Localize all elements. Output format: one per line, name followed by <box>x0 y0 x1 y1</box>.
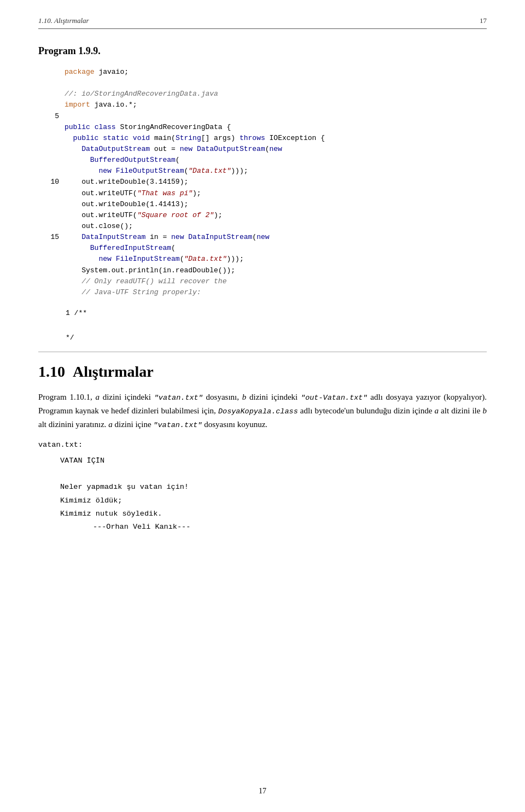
line-num <box>49 155 65 166</box>
line-num <box>49 243 65 254</box>
code-line-13: out.writeDouble(1.41413); <box>49 199 487 210</box>
code-content: BufferedOutputStream( <box>65 155 487 166</box>
vatan-line-4: Kimimiz öldük; <box>60 494 487 507</box>
code-line-11: 10 out.writeDouble(3.14159); <box>49 177 487 188</box>
line-num <box>49 254 65 265</box>
code-content: BufferedInputStream( <box>65 243 487 254</box>
header-section-title: 1.10. Alıştırmalar <box>38 16 89 25</box>
vatan-line-6: ---Orhan Veli Kanık--- <box>93 521 487 534</box>
line-num <box>49 188 65 199</box>
page-footer: 17 <box>0 787 525 796</box>
code-line-21: // Java-UTF String properly: <box>49 287 487 298</box>
line-num <box>49 144 65 155</box>
line-num <box>49 221 65 232</box>
comment-close: */ <box>66 334 487 342</box>
code-content: public static void main(String[] args) t… <box>65 133 487 144</box>
code-block: package javaio; //: io/StoringAndRecover… <box>38 67 487 298</box>
vatan-label: vatan.txt: <box>38 441 487 449</box>
vatan-line-2 <box>60 468 487 481</box>
code-line-4: import java.io.*; <box>49 100 487 110</box>
line-num <box>49 287 65 298</box>
line-num: 10 <box>49 177 65 188</box>
comment-close-text: */ <box>66 334 487 342</box>
code-content: public class StoringAndRecoveringData { <box>65 122 487 133</box>
code-content: out.writeUTF("Square root of 2"); <box>65 210 487 221</box>
line-num <box>49 210 65 221</box>
line-num <box>49 265 65 276</box>
line-num <box>49 166 65 177</box>
vatan-content: VATAN İÇİN Neler yapmadık şu vatan için!… <box>60 454 487 534</box>
code-content: // Only readUTF() will recover the <box>65 276 487 287</box>
code-line-1: package javaio; <box>49 67 487 78</box>
code-line-20: // Only readUTF() will recover the <box>49 276 487 287</box>
vatan-line-5: Kimimiz nutuk söyledik. <box>60 507 487 521</box>
vatan-line-1: VATAN İÇİN <box>60 454 487 468</box>
body-paragraph-1: Program 1.10.1, a dizini içindeki "vatan… <box>38 390 487 432</box>
code-content: out.close(); <box>65 221 487 232</box>
code-line-10: new FileOutputStream("Data.txt"))); <box>49 166 487 177</box>
section-number: 1.10 <box>38 363 65 380</box>
code-line-14: out.writeUTF("Square root of 2"); <box>49 210 487 221</box>
footer-page-number: 17 <box>259 787 266 795</box>
code-line-5: 5 <box>49 111 487 122</box>
vatan-line-3: Neler yapmadık şu vatan için! <box>60 481 487 494</box>
code-line-3: //: io/StoringAndRecoveringData.java <box>49 89 487 100</box>
page-container: 1.10. Alıştırmalar 17 Program 1.9.9. pac… <box>0 0 525 812</box>
code-content: new FileOutputStream("Data.txt"))); <box>65 166 487 177</box>
code-line-9: BufferedOutputStream( <box>49 155 487 166</box>
code-content: // Java-UTF String properly: <box>65 287 487 298</box>
code-line-19: System.out.println(in.readDouble()); <box>49 265 487 276</box>
line-num <box>49 276 65 287</box>
code-content: DataInputStream in = new DataInputStream… <box>65 232 487 243</box>
comment-open: 1 /** <box>66 309 487 317</box>
code-content: DataOutputStream out = new DataOutputStr… <box>65 144 487 155</box>
line-num: 5 <box>49 111 65 122</box>
code-line-18: new FileInputStream("Data.txt"))); <box>49 254 487 265</box>
code-line-7: public static void main(String[] args) t… <box>49 133 487 144</box>
code-line-8: DataOutputStream out = new DataOutputStr… <box>49 144 487 155</box>
code-content: new FileInputStream("Data.txt"))); <box>65 254 487 265</box>
section-title: Alıştırmalar <box>73 363 154 380</box>
code-content <box>65 78 487 89</box>
code-line-16: 15 DataInputStream in = new DataInputStr… <box>49 232 487 243</box>
code-content: System.out.println(in.readDouble()); <box>65 265 487 276</box>
line-num: 15 <box>49 232 65 243</box>
program-title: Program 1.9.9. <box>38 45 487 57</box>
line-num <box>49 100 65 110</box>
code-content: import java.io.*; <box>65 100 487 110</box>
line-num <box>49 78 65 89</box>
line-num <box>49 67 65 78</box>
comment-open-text: 1 /** <box>66 309 487 317</box>
vatan-section: vatan.txt: VATAN İÇİN Neler yapmadık şu … <box>38 441 487 534</box>
section-heading: 1.10Alıştırmalar <box>38 363 487 381</box>
line-num <box>49 122 65 133</box>
header-page-number: 17 <box>480 16 487 25</box>
code-content: out.writeDouble(3.14159); <box>65 177 487 188</box>
code-content: out.writeUTF("That was pi"); <box>65 188 487 199</box>
line-num <box>49 89 65 100</box>
page-header: 1.10. Alıştırmalar 17 <box>38 16 487 29</box>
code-content: out.writeDouble(1.41413); <box>65 199 487 210</box>
code-line-15: out.close(); <box>49 221 487 232</box>
section-divider <box>38 352 487 352</box>
line-num <box>49 133 65 144</box>
code-line-2 <box>49 78 487 89</box>
line-num <box>49 199 65 210</box>
code-line-12: out.writeUTF("That was pi"); <box>49 188 487 199</box>
code-line-17: BufferedInputStream( <box>49 243 487 254</box>
code-content: //: io/StoringAndRecoveringData.java <box>65 89 487 100</box>
code-content <box>65 111 487 122</box>
code-line-6: public class StoringAndRecoveringData { <box>49 122 487 133</box>
code-content: package javaio; <box>65 67 487 78</box>
